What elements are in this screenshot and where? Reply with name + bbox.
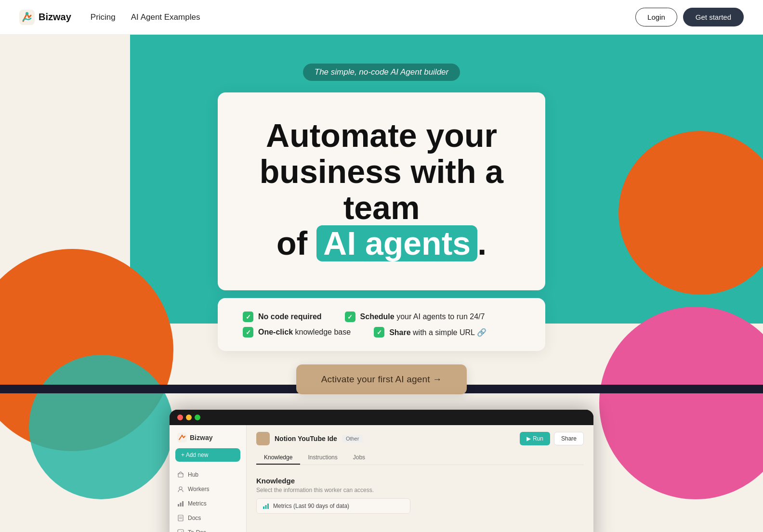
tab-knowledge[interactable]: Knowledge (256, 451, 300, 465)
tab-jobs[interactable]: Jobs (345, 451, 373, 465)
features-card: No code required Schedule your AI agents… (218, 298, 545, 351)
svg-rect-12 (263, 506, 264, 509)
feature-one-click: One-click knowledge base (243, 327, 351, 337)
feature-schedule: Schedule your AI agents to run 24/7 (345, 311, 485, 322)
sidebar-logo-text: Bizway (190, 434, 212, 441)
todos-icon (177, 529, 184, 532)
svg-rect-13 (265, 505, 267, 509)
sidebar-item-docs[interactable]: Docs (170, 511, 246, 525)
feature-share-label: Share with a simple URL 🔗 (389, 328, 487, 337)
app-main-header: Notion YouTube Ide Other ▶ Run Share (256, 432, 584, 445)
svg-rect-3 (178, 474, 183, 477)
login-button[interactable]: Login (635, 8, 677, 26)
sidebar-item-hub[interactable]: Hub (170, 467, 246, 482)
hero-section: The simple, no-code AI Agent builder Aut… (0, 35, 763, 532)
navbar-left: Bizway Pricing AI Agent Examples (19, 10, 200, 25)
app-main: Notion YouTube Ide Other ▶ Run Share (247, 425, 593, 532)
feature-line-1: No code required Schedule your AI agents… (243, 311, 520, 322)
app-chrome-bar (170, 410, 593, 425)
app-main-actions: ▶ Run Share (520, 432, 584, 445)
sidebar-logo-icon (177, 433, 187, 442)
svg-point-4 (179, 487, 182, 490)
sidebar-docs-label: Docs (188, 515, 201, 521)
svg-rect-14 (267, 504, 269, 509)
nav-links: Pricing AI Agent Examples (91, 13, 200, 22)
home-icon (177, 471, 184, 478)
navbar-right: Login Get started (635, 8, 744, 26)
feature-one-click-label: One-click knowledge base (258, 328, 351, 337)
app-inner: Bizway + Add new Hub Workers Metrics (170, 425, 593, 532)
cta-button[interactable]: Activate your first AI agent → (296, 364, 467, 394)
share-button[interactable]: Share (554, 432, 584, 445)
nav-link-ai-agent-examples[interactable]: AI Agent Examples (131, 13, 200, 22)
sidebar-logo: Bizway (170, 433, 246, 448)
feature-share: Share with a simple URL 🔗 (374, 327, 487, 337)
metrics-icon (177, 500, 184, 507)
knowledge-metrics-icon (263, 503, 269, 509)
sidebar-metrics-label: Metrics (188, 500, 207, 507)
features-list: No code required Schedule your AI agents… (243, 311, 520, 337)
svg-point-1 (26, 12, 28, 15)
app-sidebar: Bizway + Add new Hub Workers Metrics (170, 425, 247, 532)
hero-headline: Automate your business with a team of AI… (256, 117, 507, 261)
agent-title-row: Notion YouTube Ide Other (256, 432, 363, 445)
sidebar-item-todos[interactable]: To-Dos (170, 525, 246, 532)
sidebar-workers-label: Workers (188, 486, 209, 493)
check-icon-schedule (345, 311, 355, 322)
check-icon-no-code (243, 311, 253, 322)
hero-card: Automate your business with a team of AI… (218, 92, 545, 290)
svg-rect-6 (180, 503, 182, 506)
agent-name: Notion YouTube Ide (275, 435, 337, 442)
logo-text: Bizway (39, 12, 71, 23)
sidebar-todos-label: To-Dos (188, 529, 206, 532)
knowledge-item-label: Metrics (Last 90 days of data) (273, 503, 349, 509)
headline-line3-pre: of (276, 225, 316, 261)
headline-line2: business with a team (260, 153, 503, 226)
feature-line-2: One-click knowledge base Share with a si… (243, 327, 520, 337)
get-started-button[interactable]: Get started (683, 8, 744, 26)
feature-no-code: No code required (243, 311, 322, 322)
docs-icon (177, 515, 184, 521)
svg-rect-5 (178, 504, 179, 506)
app-tabs: Knowledge Instructions Jobs (256, 451, 584, 465)
chrome-minimize-dot (186, 415, 192, 420)
check-icon-one-click (243, 327, 253, 337)
feature-no-code-label: No code required (258, 312, 322, 321)
app-preview: Bizway + Add new Hub Workers Metrics (170, 410, 593, 532)
run-button[interactable]: ▶ Run (520, 432, 550, 445)
knowledge-section-title: Knowledge (256, 477, 584, 485)
run-icon: ▶ (526, 435, 531, 442)
feature-schedule-label: Schedule your AI agents to run 24/7 (360, 312, 485, 321)
logo-icon (19, 10, 35, 25)
sidebar-item-workers[interactable]: Workers (170, 482, 246, 496)
nav-link-pricing[interactable]: Pricing (91, 13, 116, 22)
chrome-maximize-dot (195, 415, 200, 420)
headline-highlight: AI agents (316, 225, 477, 261)
hero-tagline: The simple, no-code AI Agent builder (303, 64, 460, 81)
svg-rect-2 (177, 433, 187, 442)
svg-rect-8 (178, 515, 183, 521)
check-icon-share (374, 327, 384, 337)
chrome-close-dot (177, 415, 183, 420)
sidebar-item-metrics[interactable]: Metrics (170, 496, 246, 511)
agent-avatar (256, 432, 270, 445)
knowledge-item-metrics[interactable]: Metrics (Last 90 days of data) (256, 498, 410, 514)
workers-icon (177, 486, 184, 493)
knowledge-section-sub: Select the information this worker can a… (256, 487, 584, 493)
svg-rect-11 (178, 530, 184, 532)
navbar: Bizway Pricing AI Agent Examples Login G… (0, 0, 763, 35)
tab-content-knowledge: Knowledge Select the information this wo… (256, 473, 584, 518)
hero-content: The simple, no-code AI Agent builder Aut… (0, 35, 763, 532)
sidebar-hub-label: Hub (188, 471, 198, 478)
headline-dot: . (477, 225, 487, 261)
tab-instructions[interactable]: Instructions (300, 451, 345, 465)
sidebar-add-new-button[interactable]: + Add new (175, 448, 240, 462)
agent-tag: Other (342, 435, 363, 442)
headline-line1: Automate your (266, 117, 497, 154)
svg-rect-7 (182, 501, 184, 506)
logo[interactable]: Bizway (19, 10, 71, 25)
